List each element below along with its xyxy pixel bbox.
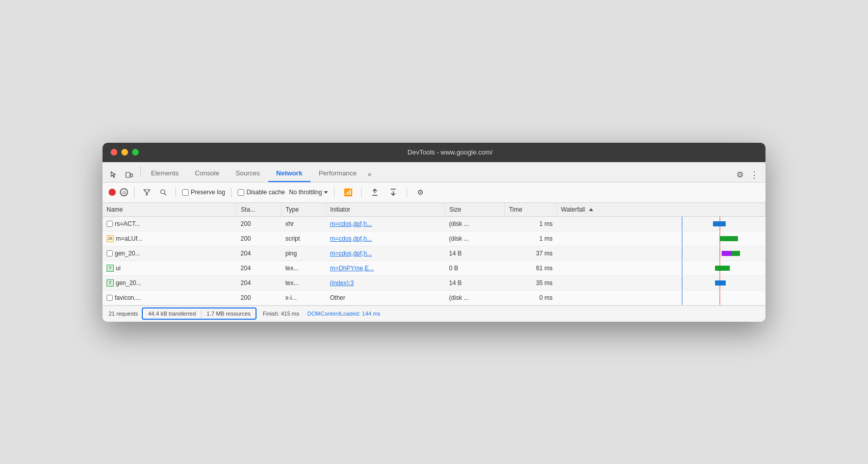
preserve-log-checkbox[interactable]: Preserve log (182, 189, 225, 196)
col-time[interactable]: Time (504, 203, 556, 217)
tab-sources[interactable]: Sources (227, 165, 268, 182)
throttling-label: No throttling (289, 189, 322, 196)
waterfall-bar (720, 236, 738, 241)
tab-network[interactable]: Network (268, 165, 311, 182)
inspect-element-button[interactable] (107, 168, 121, 182)
cell-size: (disk ... (445, 216, 505, 231)
waterfall-finish-line (720, 246, 720, 261)
close-button[interactable] (111, 149, 117, 156)
cell-waterfall (557, 275, 765, 290)
tab-performance[interactable]: Performance (311, 165, 365, 182)
device-toolbar-button[interactable] (122, 168, 136, 182)
traffic-lights (111, 149, 139, 156)
devtools-window: DevTools - www.google.com/ Elements Cons… (103, 143, 765, 322)
cell-waterfall (557, 246, 765, 261)
record-button[interactable] (109, 189, 116, 196)
table-row[interactable]: JSm=aLUf...200scriptm=cdos,dpf,h...(disk… (103, 231, 765, 246)
cell-size: (disk ... (445, 231, 505, 246)
tex-icon: T (107, 279, 114, 287)
table-header-row: Name Sta... Type Initiator Size Time Wat… (103, 203, 765, 217)
table-row[interactable]: Tui204tex...m=DhPYme,E...0 B61 ms (103, 261, 765, 275)
col-type[interactable]: Type (281, 203, 326, 217)
cell-initiator: m=DhPYme,E... (326, 261, 445, 275)
svg-point-2 (161, 190, 165, 194)
svg-line-3 (164, 193, 166, 195)
script-icon: JS (107, 235, 114, 242)
waterfall-dom-line (682, 291, 682, 305)
cell-waterfall (557, 216, 765, 231)
row-checkbox[interactable] (107, 221, 113, 227)
more-options-button[interactable]: ⋮ (747, 168, 761, 182)
cell-waterfall (557, 290, 765, 305)
row-name: ui (116, 265, 120, 272)
tab-elements[interactable]: Elements (143, 165, 187, 182)
col-status[interactable]: Sta... (237, 203, 282, 217)
initiator-link[interactable]: m=cdos,dpf,h... (330, 235, 372, 242)
cell-name: gen_20... (103, 246, 237, 261)
window-title: DevTools - www.google.com/ (143, 148, 757, 156)
network-settings-button[interactable]: ⚙ (413, 185, 427, 199)
svg-rect-0 (126, 172, 130, 177)
preserve-log-input[interactable] (182, 189, 189, 196)
cell-name: Tgen_20... (103, 275, 237, 290)
row-name: favicon.... (115, 294, 141, 301)
col-initiator[interactable]: Initiator (326, 203, 445, 217)
cell-time: 61 ms (504, 261, 556, 275)
requests-count: 21 requests (109, 311, 138, 317)
table-row[interactable]: Tgen_20...204tex...(index):314 B35 ms (103, 275, 765, 290)
device-icon (125, 171, 133, 179)
cell-status: 200 (237, 290, 282, 305)
minimize-button[interactable] (121, 149, 128, 156)
waterfall-dom-line (682, 261, 682, 275)
waterfall-dom-line (682, 276, 682, 290)
tex-icon: T (107, 265, 114, 272)
col-size[interactable]: Size (445, 203, 505, 217)
cell-status: 200 (237, 216, 282, 231)
cell-status: 204 (237, 275, 282, 290)
upload-button[interactable] (368, 185, 382, 199)
settings-button[interactable]: ⚙ (733, 168, 747, 182)
titlebar: DevTools - www.google.com/ (103, 143, 765, 162)
transferred-label: 44.4 kB transferred (143, 310, 201, 318)
download-button[interactable] (386, 185, 400, 199)
table-row[interactable]: rs=ACT...200xhrm=cdos,dpf,h...(disk ...1… (103, 216, 765, 231)
waterfall-bar (713, 221, 726, 226)
row-checkbox[interactable] (107, 295, 113, 301)
disable-cache-checkbox[interactable]: Disable cache (238, 189, 285, 196)
cell-initiator: m=cdos,dpf,h... (326, 246, 445, 261)
cell-status: 204 (237, 261, 282, 275)
search-button[interactable] (157, 186, 169, 198)
col-name[interactable]: Name (103, 203, 237, 217)
table-row[interactable]: gen_20...204pingm=cdos,dpf,h...14 B37 ms (103, 246, 765, 261)
maximize-button[interactable] (132, 149, 139, 156)
cell-type: ping (281, 246, 326, 261)
cell-initiator: m=cdos,dpf,h... (326, 231, 445, 246)
network-table: Name Sta... Type Initiator Size Time Wat… (103, 203, 765, 305)
row-name: gen_20... (116, 279, 141, 287)
filter-button[interactable] (141, 186, 153, 198)
search-icon (160, 189, 167, 196)
network-gear-icon: ⚙ (417, 188, 424, 196)
initiator-link[interactable]: m=cdos,dpf,h... (330, 250, 372, 257)
throttling-select[interactable]: No throttling (289, 189, 328, 196)
cell-type: x-i... (281, 290, 326, 305)
table-row[interactable]: favicon....200x-i...Other(disk ...0 ms (103, 290, 765, 305)
toolbar-divider-5 (361, 187, 362, 197)
upload-icon (371, 189, 378, 196)
row-name: rs=ACT... (115, 220, 140, 227)
more-tabs-button[interactable]: » (365, 167, 374, 182)
initiator-link[interactable]: m=cdos,dpf,h... (330, 220, 372, 227)
row-checkbox[interactable] (107, 250, 113, 256)
tab-console[interactable]: Console (187, 165, 227, 182)
col-waterfall[interactable]: Waterfall (557, 203, 765, 217)
network-toolbar: ⊘ Preserve log Disable cache No throttli… (103, 183, 765, 203)
initiator-link[interactable]: m=DhPYme,E... (330, 265, 374, 272)
wifi-icon-button[interactable]: 📶 (341, 185, 355, 199)
disable-cache-input[interactable] (238, 189, 244, 196)
clear-button[interactable]: ⊘ (120, 188, 128, 196)
gear-icon: ⚙ (736, 170, 744, 179)
dom-content-loaded: DOMContentLoaded: 144 ms (308, 311, 380, 317)
initiator-link[interactable]: (index):3 (330, 279, 354, 287)
network-rows: rs=ACT...200xhrm=cdos,dpf,h...(disk ...1… (103, 216, 765, 305)
cell-type: script (281, 231, 326, 246)
